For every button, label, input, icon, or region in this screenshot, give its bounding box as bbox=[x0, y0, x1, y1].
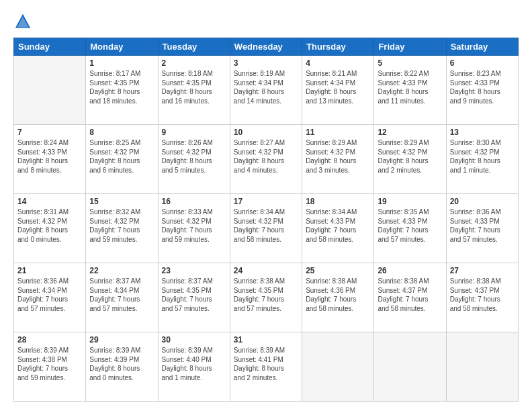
day-cell: 28Sunrise: 8:39 AMSunset: 4:38 PMDayligh… bbox=[14, 332, 86, 402]
day-number: 24 bbox=[234, 266, 298, 275]
weekday-header-tuesday: Tuesday bbox=[158, 38, 230, 56]
day-info: Sunrise: 8:39 AMSunset: 4:40 PMDaylight:… bbox=[162, 346, 226, 382]
day-cell bbox=[374, 332, 446, 402]
day-cell: 13Sunrise: 8:30 AMSunset: 4:32 PMDayligh… bbox=[446, 125, 518, 194]
day-info: Sunrise: 8:23 AMSunset: 4:33 PMDaylight:… bbox=[450, 69, 515, 105]
day-info: Sunrise: 8:30 AMSunset: 4:32 PMDaylight:… bbox=[450, 138, 515, 175]
day-number: 7 bbox=[17, 128, 82, 137]
day-cell: 2Sunrise: 8:18 AMSunset: 4:35 PMDaylight… bbox=[158, 56, 230, 125]
day-cell: 11Sunrise: 8:29 AMSunset: 4:32 PMDayligh… bbox=[302, 125, 374, 194]
day-cell: 24Sunrise: 8:38 AMSunset: 4:35 PMDayligh… bbox=[230, 263, 302, 332]
day-cell: 8Sunrise: 8:25 AMSunset: 4:32 PMDaylight… bbox=[86, 125, 158, 194]
day-number: 26 bbox=[378, 266, 442, 275]
day-info: Sunrise: 8:38 AMSunset: 4:37 PMDaylight:… bbox=[450, 277, 515, 313]
day-cell: 9Sunrise: 8:26 AMSunset: 4:32 PMDaylight… bbox=[158, 125, 230, 194]
day-number: 10 bbox=[234, 128, 298, 137]
day-info: Sunrise: 8:37 AMSunset: 4:34 PMDaylight:… bbox=[89, 277, 154, 313]
day-cell bbox=[14, 56, 86, 125]
day-cell: 18Sunrise: 8:34 AMSunset: 4:33 PMDayligh… bbox=[302, 194, 374, 263]
day-info: Sunrise: 8:22 AMSunset: 4:33 PMDaylight:… bbox=[378, 69, 442, 105]
day-cell: 6Sunrise: 8:23 AMSunset: 4:33 PMDaylight… bbox=[446, 56, 518, 125]
day-number: 8 bbox=[89, 128, 154, 137]
day-cell: 26Sunrise: 8:38 AMSunset: 4:37 PMDayligh… bbox=[374, 263, 446, 332]
day-number: 12 bbox=[378, 128, 442, 137]
day-cell: 21Sunrise: 8:36 AMSunset: 4:34 PMDayligh… bbox=[14, 263, 86, 332]
day-cell: 12Sunrise: 8:29 AMSunset: 4:32 PMDayligh… bbox=[374, 125, 446, 194]
calendar-table: SundayMondayTuesdayWednesdayThursdayFrid… bbox=[13, 38, 519, 402]
day-info: Sunrise: 8:31 AMSunset: 4:32 PMDaylight:… bbox=[17, 208, 82, 244]
weekday-row: SundayMondayTuesdayWednesdayThursdayFrid… bbox=[14, 38, 519, 56]
day-number: 28 bbox=[17, 335, 82, 345]
day-cell: 31Sunrise: 8:39 AMSunset: 4:41 PMDayligh… bbox=[230, 332, 302, 402]
day-number: 5 bbox=[378, 58, 442, 68]
day-number: 30 bbox=[162, 335, 226, 345]
calendar-header: SundayMondayTuesdayWednesdayThursdayFrid… bbox=[14, 38, 519, 56]
day-number: 19 bbox=[378, 197, 442, 206]
day-info: Sunrise: 8:34 AMSunset: 4:32 PMDaylight:… bbox=[234, 208, 298, 244]
day-cell: 23Sunrise: 8:37 AMSunset: 4:35 PMDayligh… bbox=[158, 263, 230, 332]
day-cell: 7Sunrise: 8:24 AMSunset: 4:33 PMDaylight… bbox=[14, 125, 86, 194]
day-number: 29 bbox=[89, 335, 154, 345]
day-number: 18 bbox=[306, 197, 370, 206]
day-info: Sunrise: 8:35 AMSunset: 4:33 PMDaylight:… bbox=[378, 208, 442, 244]
week-row-1: 7Sunrise: 8:24 AMSunset: 4:33 PMDaylight… bbox=[14, 125, 519, 194]
week-row-4: 28Sunrise: 8:39 AMSunset: 4:38 PMDayligh… bbox=[14, 332, 519, 402]
day-number: 21 bbox=[17, 266, 82, 275]
day-number: 1 bbox=[89, 58, 154, 68]
day-info: Sunrise: 8:25 AMSunset: 4:32 PMDaylight:… bbox=[89, 138, 154, 175]
day-cell: 19Sunrise: 8:35 AMSunset: 4:33 PMDayligh… bbox=[374, 194, 446, 263]
day-info: Sunrise: 8:19 AMSunset: 4:34 PMDaylight:… bbox=[234, 69, 298, 105]
day-info: Sunrise: 8:17 AMSunset: 4:35 PMDaylight:… bbox=[89, 69, 154, 105]
day-cell: 16Sunrise: 8:33 AMSunset: 4:32 PMDayligh… bbox=[158, 194, 230, 263]
day-info: Sunrise: 8:24 AMSunset: 4:33 PMDaylight:… bbox=[17, 138, 82, 175]
day-number: 27 bbox=[450, 266, 515, 275]
day-info: Sunrise: 8:38 AMSunset: 4:36 PMDaylight:… bbox=[306, 277, 370, 313]
day-number: 31 bbox=[234, 335, 298, 345]
day-info: Sunrise: 8:29 AMSunset: 4:32 PMDaylight:… bbox=[306, 138, 370, 175]
day-info: Sunrise: 8:32 AMSunset: 4:32 PMDaylight:… bbox=[89, 208, 154, 244]
day-number: 3 bbox=[234, 58, 298, 68]
weekday-header-sunday: Sunday bbox=[14, 38, 86, 56]
day-info: Sunrise: 8:39 AMSunset: 4:39 PMDaylight:… bbox=[89, 346, 154, 382]
day-cell: 27Sunrise: 8:38 AMSunset: 4:37 PMDayligh… bbox=[446, 263, 518, 332]
day-cell: 4Sunrise: 8:21 AMSunset: 4:34 PMDaylight… bbox=[302, 56, 374, 125]
day-cell: 20Sunrise: 8:36 AMSunset: 4:33 PMDayligh… bbox=[446, 194, 518, 263]
day-cell: 3Sunrise: 8:19 AMSunset: 4:34 PMDaylight… bbox=[230, 56, 302, 125]
day-cell: 22Sunrise: 8:37 AMSunset: 4:34 PMDayligh… bbox=[86, 263, 158, 332]
day-info: Sunrise: 8:33 AMSunset: 4:32 PMDaylight:… bbox=[162, 208, 226, 244]
day-cell: 30Sunrise: 8:39 AMSunset: 4:40 PMDayligh… bbox=[158, 332, 230, 402]
day-info: Sunrise: 8:27 AMSunset: 4:32 PMDaylight:… bbox=[234, 138, 298, 175]
weekday-header-monday: Monday bbox=[86, 38, 158, 56]
day-number: 20 bbox=[450, 197, 515, 206]
day-info: Sunrise: 8:38 AMSunset: 4:35 PMDaylight:… bbox=[234, 277, 298, 313]
day-cell bbox=[302, 332, 374, 402]
page: SundayMondayTuesdayWednesdayThursdayFrid… bbox=[0, 0, 532, 411]
weekday-header-thursday: Thursday bbox=[302, 38, 374, 56]
day-cell: 14Sunrise: 8:31 AMSunset: 4:32 PMDayligh… bbox=[14, 194, 86, 263]
day-number: 11 bbox=[306, 128, 370, 137]
week-row-2: 14Sunrise: 8:31 AMSunset: 4:32 PMDayligh… bbox=[14, 194, 519, 263]
day-number: 2 bbox=[162, 58, 226, 68]
day-number: 16 bbox=[162, 197, 226, 206]
day-cell: 29Sunrise: 8:39 AMSunset: 4:39 PMDayligh… bbox=[86, 332, 158, 402]
day-info: Sunrise: 8:29 AMSunset: 4:32 PMDaylight:… bbox=[378, 138, 442, 175]
day-number: 23 bbox=[162, 266, 226, 275]
day-info: Sunrise: 8:38 AMSunset: 4:37 PMDaylight:… bbox=[378, 277, 442, 313]
calendar-body: 1Sunrise: 8:17 AMSunset: 4:35 PMDaylight… bbox=[14, 56, 519, 402]
day-info: Sunrise: 8:36 AMSunset: 4:34 PMDaylight:… bbox=[17, 277, 82, 313]
day-number: 15 bbox=[89, 197, 154, 206]
day-cell: 17Sunrise: 8:34 AMSunset: 4:32 PMDayligh… bbox=[230, 194, 302, 263]
logo bbox=[13, 12, 35, 31]
logo-icon bbox=[13, 12, 32, 31]
day-number: 22 bbox=[89, 266, 154, 275]
week-row-0: 1Sunrise: 8:17 AMSunset: 4:35 PMDaylight… bbox=[14, 56, 519, 125]
day-cell: 5Sunrise: 8:22 AMSunset: 4:33 PMDaylight… bbox=[374, 56, 446, 125]
week-row-3: 21Sunrise: 8:36 AMSunset: 4:34 PMDayligh… bbox=[14, 263, 519, 332]
weekday-header-saturday: Saturday bbox=[446, 38, 518, 56]
header bbox=[13, 12, 519, 31]
day-info: Sunrise: 8:26 AMSunset: 4:32 PMDaylight:… bbox=[162, 138, 226, 175]
day-cell: 15Sunrise: 8:32 AMSunset: 4:32 PMDayligh… bbox=[86, 194, 158, 263]
day-cell: 25Sunrise: 8:38 AMSunset: 4:36 PMDayligh… bbox=[302, 263, 374, 332]
day-cell: 1Sunrise: 8:17 AMSunset: 4:35 PMDaylight… bbox=[86, 56, 158, 125]
day-info: Sunrise: 8:36 AMSunset: 4:33 PMDaylight:… bbox=[450, 208, 515, 244]
